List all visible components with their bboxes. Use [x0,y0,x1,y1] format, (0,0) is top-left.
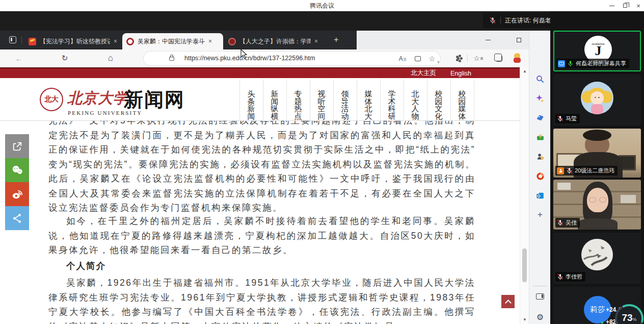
nav-label: 媒体北大 [364,90,372,120]
new-tab-button[interactable]: + [331,35,341,45]
body [578,218,618,230]
refresh-icon[interactable]: ↻ [59,53,70,64]
lock-icon [169,57,174,61]
nav-item-people[interactable]: 北大人物 [404,90,427,120]
participant-name: 何磊老师的屏幕共享 [576,60,626,67]
sidebar-add-icon[interactable]: + [534,209,546,220]
nav-label: 北大人物 [411,90,419,120]
back-to-top-button[interactable] [501,295,515,308]
collections-icon[interactable] [493,53,504,64]
tab3-favicon [228,38,236,45]
muted-mic-icon [557,273,564,280]
tab1-title: 【宪法学习】听这些教授讲宪法 [40,37,110,46]
participants-panel: JUVENTUS J 何磊老师的屏幕共享 马莹 [550,11,644,324]
star-glyph: ☆ [429,55,436,63]
nav-item-academic[interactable]: 学术科研 [380,90,404,120]
sidebar-toolbox-icon[interactable] [534,132,546,143]
browser-tab-1[interactable]: 【宪法学习】听这些教授讲宪法 × [24,33,121,49]
close-icon[interactable]: × [634,2,643,10]
restore-icon[interactable] [621,2,630,10]
browser-tab-3[interactable]: 【人大之子】许崇德：学而为宪 × [224,33,325,49]
sidebar-office-icon[interactable] [534,170,546,182]
tab-divider [21,36,22,44]
participant-tile[interactable]: 20级法二唐浩玮 [553,129,641,178]
tab2-close-icon[interactable]: × [208,38,212,45]
scroll-down-icon[interactable]: ▼ [520,317,529,322]
download-arrow-icon: ▲ [600,320,604,324]
pku-home-link[interactable]: 北大主页 [411,69,436,78]
browser-essentials-icon[interactable] [452,53,464,64]
participant-label: 吴佳 [555,218,580,228]
sidebar-settings-gear-icon[interactable]: ⚙ [534,311,546,322]
weibo-share-button[interactable] [5,182,29,206]
home-icon[interactable]: ⌂ [105,53,116,64]
participant-name: 20级法二唐浩玮 [575,167,614,175]
shared-screen-browser: 【宪法学习】听这些教授讲宪法 × 吴家麟：中国宪法学泰斗 × 【人大之子】许崇德… [0,31,550,324]
browser-maximize-icon[interactable] [514,35,524,45]
upload-arrow-icon: ▲ [600,308,604,312]
page-scrollbar[interactable]: ▲ ▼ [520,67,529,324]
nav-item-media[interactable]: 媒体北大 [357,90,380,120]
wechat-share-button[interactable] [5,158,29,182]
pooh-extension-icon[interactable] [512,53,523,64]
shelf-books [621,195,636,203]
shelf-books [557,183,571,190]
participant-name: 吴佳 [566,219,577,227]
tab1-close-icon[interactable]: × [114,38,117,45]
participant-tile-sharer[interactable]: JUVENTUS J 何磊老师的屏幕共享 [553,31,641,71]
scroll-up-icon[interactable]: ▲ [520,69,529,73]
participant-tile[interactable]: 马莹 [553,74,641,126]
sidebar-games-icon[interactable] [534,151,546,162]
tab-layout-icon[interactable] [9,36,16,43]
tencent-meeting-window: 腾讯会议 × 正在讲话: 何磊老师; 【宪法学习】听这些教授讲宪法 × [0,0,644,324]
tab3-close-icon[interactable]: × [314,38,318,45]
nav-item-campus-media[interactable]: 校园媒体 [450,90,474,120]
participant-tile[interactable]: 吴佳 [553,180,641,230]
browser-toolbar: ← ↻ ⌂ https://news.pku.edu.cn/bdrw/137-1… [0,49,550,67]
participant-name: 马莹 [566,115,577,122]
nav-item-news[interactable]: 新闻纵横 [263,90,286,120]
immersive-reader-icon[interactable] [413,54,423,64]
more-share-button[interactable] [5,206,29,230]
url-text[interactable]: https://news.pku.edu.cn/bdrw/137-122596.… [184,55,315,62]
nav-item-leaders[interactable]: 领导活动 [333,90,357,120]
muted-mic-icon [557,115,564,122]
meeting-title: 腾讯会议 [0,2,644,10]
scrollbar-thumb[interactable] [522,248,527,282]
sidebar-search-icon[interactable] [534,73,546,85]
mouse-cursor [240,49,248,60]
favorites-lines-glyph: ≡ [480,56,484,61]
nav-label: 专题热点 [294,90,302,120]
add-favorite-icon[interactable]: ☆+ [427,54,437,64]
nav-label: 新闻纵横 [271,90,279,120]
address-bar[interactable]: https://news.pku.edu.cn/bdrw/137-122596.… [144,52,440,65]
nav-item-culture[interactable]: 校园文化 [427,90,450,120]
sidebar-shopping-icon[interactable] [534,112,546,123]
battery-percent: 73% [613,312,644,323]
pku-english-link[interactable]: English [450,70,471,77]
favorites-bar-icon[interactable]: ☆≡ [473,53,484,64]
sidebar-outlook-icon[interactable] [534,190,546,201]
browser-minimize-icon[interactable] [483,35,493,45]
mic-on-icon [567,60,574,67]
nav-label: 学术科研 [388,90,396,120]
read-aloud-icon[interactable]: A)) [397,54,408,64]
minimize-icon[interactable] [607,2,616,10]
nav-item-topics[interactable]: 专题热点 [286,90,310,120]
glasses-left [589,197,596,203]
nav-label: 领导活动 [341,90,349,120]
pku-topbar: 北大主页 English [0,67,520,78]
sidebar-copilot-icon[interactable] [534,93,546,104]
back-icon[interactable]: ← [13,53,24,64]
open-sidebar-icon[interactable] [534,291,546,302]
nav-item-headlines[interactable]: 头条新闻 [239,90,263,120]
browser-tab-2-active[interactable]: 吴家麟：中国宪法学泰斗 × [122,33,223,49]
site-title: 新闻网 [124,87,185,113]
participant-tile[interactable]: 李佳哲 [553,233,641,284]
share-nodes-icon [12,213,23,224]
tab3-title: 【人大之子】许崇德：学而为宪 [239,37,311,46]
birds-photo-avatar [581,239,613,270]
nav-item-av[interactable]: 视听空间 [310,90,333,120]
person-badge-icon [557,167,564,175]
share-export-button[interactable] [5,134,29,158]
